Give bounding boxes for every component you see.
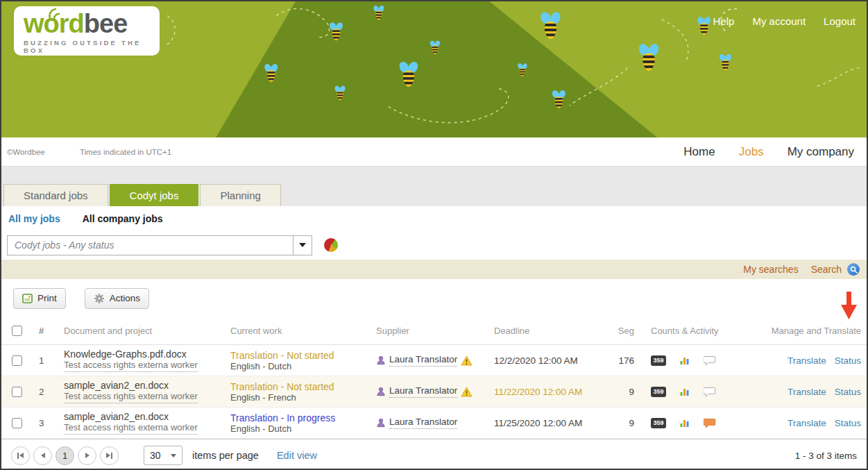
nav-jobs[interactable]: Jobs (739, 145, 764, 159)
work-status: Translation - In progress (230, 412, 376, 423)
document-name[interactable]: Knowledge-Graphs.pdf.docx (64, 349, 230, 360)
annotation-arrow-down (840, 292, 858, 319)
deadline: 12/2/2020 12:00 AM (494, 355, 611, 366)
bee-icon (398, 60, 420, 87)
supplier-name[interactable]: Laura Translator (389, 385, 457, 398)
previous-page-button[interactable] (33, 446, 52, 465)
last-page-button[interactable] (100, 446, 119, 465)
work-status: Translation - Not started (230, 381, 376, 392)
bee-icon (373, 5, 385, 20)
my-account-link[interactable]: My account (752, 15, 806, 27)
page-size-select[interactable]: 30 (144, 446, 182, 465)
table-row: 2 sample_avian2_en.docx Test access righ… (1, 376, 867, 408)
comment-icon-filled[interactable] (704, 418, 716, 428)
translate-link[interactable]: Translate (788, 355, 826, 366)
comment-icon[interactable] (704, 387, 716, 397)
next-page-button[interactable] (78, 446, 96, 465)
col-document: Document and project (64, 326, 230, 336)
project-name[interactable]: Test access rights externa worker (64, 391, 198, 403)
word-count-icon[interactable]: 359 (651, 355, 666, 366)
translate-link[interactable]: Translate (788, 418, 826, 428)
my-searches-link[interactable]: My searches (743, 264, 798, 275)
row-checkbox[interactable] (12, 355, 22, 366)
status-link[interactable]: Status (835, 387, 861, 397)
document-name[interactable]: sample_avian2_en.docx (64, 411, 230, 422)
person-icon (376, 418, 386, 428)
row-checkbox[interactable] (12, 387, 22, 397)
pie-chart-icon[interactable] (324, 238, 338, 252)
supplier-name[interactable]: Laura Translator (389, 417, 457, 429)
items-range-label: 1 - 3 of 3 items (795, 451, 857, 461)
project-name[interactable]: Test access rights externa worker (64, 422, 198, 434)
help-link[interactable]: Help (713, 15, 735, 27)
tab-codyt-jobs[interactable]: Codyt jobs (110, 184, 199, 206)
segment-count: 9 (611, 387, 644, 397)
subtab-all-company-jobs[interactable]: All company jobs (83, 213, 163, 224)
status-filter-combo[interactable]: Codyt jobs - Any status (7, 235, 312, 255)
table-row: 1 Knowledge-Graphs.pdf.docx Test access … (1, 345, 867, 376)
activity-chart-icon[interactable] (679, 418, 690, 428)
print-button[interactable]: Print (13, 288, 66, 309)
comment-icon[interactable] (704, 355, 716, 366)
word-count-icon[interactable]: 359 (651, 418, 666, 428)
bee-icon (538, 10, 562, 39)
actions-button[interactable]: Actions (85, 288, 149, 309)
subtab-all-my-jobs[interactable]: All my jobs (8, 213, 60, 224)
logout-link[interactable]: Logout (824, 15, 856, 27)
first-page-button[interactable] (11, 446, 30, 465)
row-number: 3 (33, 418, 64, 428)
tab-standard-jobs[interactable]: Standard jobs (3, 184, 108, 206)
warning-icon[interactable] (461, 355, 473, 366)
word-count-icon[interactable]: 359 (651, 387, 666, 397)
status-link[interactable]: Status (835, 355, 861, 366)
row-number: 2 (33, 387, 64, 397)
tab-planning[interactable]: Planning (200, 184, 280, 206)
logo-accent-leaves (47, 8, 61, 19)
status-link[interactable]: Status (835, 418, 861, 428)
segment-count: 176 (611, 355, 644, 366)
actions-toolbar: Print Actions (1, 279, 867, 317)
row-checkbox[interactable] (12, 418, 22, 428)
status-filter-dropdown-button[interactable] (293, 236, 312, 255)
language-pair: English - French (230, 392, 376, 403)
search-link[interactable]: Search (811, 264, 842, 275)
logo-bee: bee (84, 9, 127, 38)
wordbee-logo[interactable]: wordbee BUZZING OUTSIDE THE BOX (14, 6, 160, 56)
supplier-name[interactable]: Laura Translator (389, 354, 457, 367)
activity-chart-icon[interactable] (679, 387, 690, 396)
translate-link[interactable]: Translate (788, 387, 826, 397)
subheader-bar: ©Wordbee Times indicated in UTC+1 Home J… (1, 137, 867, 167)
edit-view-link[interactable]: Edit view (277, 450, 317, 461)
language-pair: English - Dutch (230, 361, 376, 371)
gear-icon (94, 293, 105, 304)
bee-icon (334, 85, 346, 100)
nav-home[interactable]: Home (683, 145, 715, 159)
search-icon[interactable] (847, 263, 860, 276)
document-name[interactable]: sample_avian2_en.docx (64, 380, 230, 391)
timezone-note: Times indicated in UTC+1 (80, 148, 171, 156)
page-number-button[interactable]: 1 (56, 446, 74, 465)
project-name[interactable]: Test access rights externa worker (64, 360, 198, 371)
print-icon (22, 294, 33, 303)
col-seg: Seg (611, 326, 644, 336)
bee-icon (551, 89, 567, 108)
person-icon (376, 355, 386, 365)
activity-chart-icon[interactable] (679, 355, 690, 365)
nav-my-company[interactable]: My company (788, 145, 854, 159)
segment-count: 9 (611, 418, 644, 428)
bee-icon (696, 16, 712, 35)
select-all-checkbox[interactable] (12, 326, 22, 336)
col-manage-translate: Manage and Translate (755, 326, 867, 336)
col-counts-activity: Counts & Activity (644, 326, 755, 336)
warning-icon[interactable] (461, 387, 473, 397)
work-status: Translation - Not started (230, 350, 376, 361)
page-size-value: 30 (150, 450, 161, 461)
pager: 1 (11, 446, 119, 465)
jobs-table-header: # Document and project Current work Supp… (1, 317, 867, 345)
account-links: Help My account Logout (713, 15, 856, 27)
chevron-down-icon (171, 454, 176, 458)
col-current-work: Current work (230, 326, 376, 336)
filter-row: Codyt jobs - Any status (1, 230, 867, 260)
logo-tagline: BUZZING OUTSIDE THE BOX (24, 39, 160, 54)
status-filter-value[interactable]: Codyt jobs - Any status (8, 236, 293, 255)
